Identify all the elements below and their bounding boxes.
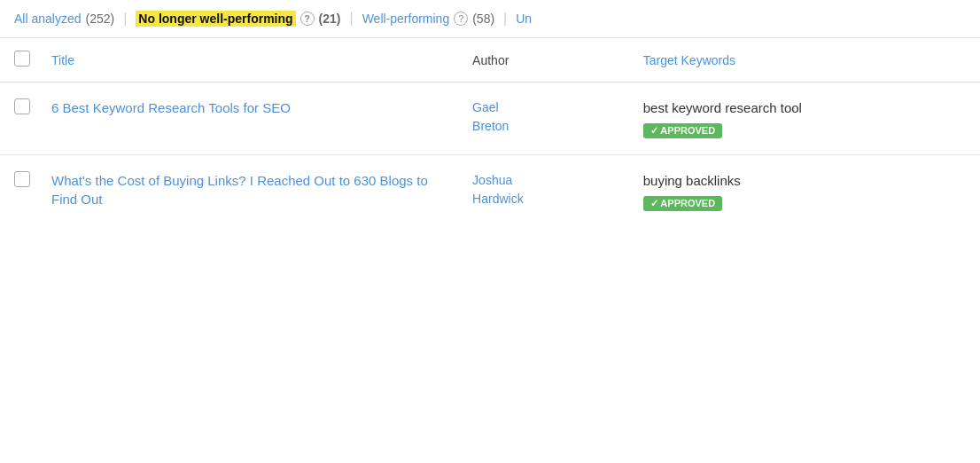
row-title-cell: 6 Best Keyword Research Tools for SEO — [41, 82, 462, 155]
keyword-text: best keyword research tool — [643, 98, 969, 117]
table-header-row: Title Author Target Keywords — [0, 38, 980, 82]
approved-badge: ✓ APPROVED — [643, 123, 722, 138]
filter-all-count: (252) — [86, 12, 115, 26]
filter-bar: All analyzed (252) | No longer well-perf… — [0, 0, 980, 38]
filter-wellperf-label: Well-performing — [362, 12, 450, 26]
header-checkbox-cell — [0, 38, 41, 82]
row-checkbox[interactable] — [14, 171, 30, 187]
row-author-cell: GaelBreton — [462, 82, 633, 155]
row-keywords-cell: best keyword research tool✓ APPROVED — [633, 82, 980, 155]
filter-nolonger-label: No longer well-performing — [136, 11, 295, 27]
table-row: What's the Cost of Buying Links? I Reach… — [0, 155, 980, 228]
filter-well-performing[interactable]: Well-performing ? (58) — [362, 12, 494, 26]
filter-un-label: Un — [516, 12, 532, 26]
filter-no-longer-performing[interactable]: No longer well-performing ? (21) — [136, 11, 340, 27]
filter-all-label: All analyzed — [14, 12, 82, 26]
row-title-cell: What's the Cost of Buying Links? I Reach… — [41, 155, 462, 228]
row-checkbox-cell — [0, 155, 41, 228]
keyword-text: buying backlinks — [643, 171, 969, 190]
filter-wellperf-count: (58) — [472, 12, 494, 26]
filter-all-analyzed[interactable]: All analyzed (252) — [14, 12, 114, 26]
filter-un[interactable]: Un — [516, 12, 532, 26]
approved-badge: ✓ APPROVED — [643, 196, 722, 211]
separator-3: | — [503, 11, 507, 27]
select-all-checkbox[interactable] — [14, 51, 30, 67]
header-title[interactable]: Title — [41, 38, 462, 82]
filter-nolonger-count: (21) — [319, 12, 341, 26]
article-title-link[interactable]: 6 Best Keyword Research Tools for SEO — [51, 100, 291, 115]
row-checkbox[interactable] — [14, 98, 30, 114]
author-name: JoshuaHardwick — [472, 173, 524, 206]
help-icon-nolonger[interactable]: ? — [300, 12, 315, 26]
help-icon-wellperf[interactable]: ? — [454, 12, 468, 26]
row-author-cell: JoshuaHardwick — [462, 155, 633, 228]
author-name: GaelBreton — [472, 100, 509, 133]
header-keywords[interactable]: Target Keywords — [633, 38, 980, 82]
articles-table: Title Author Target Keywords 6 Best Keyw… — [0, 38, 980, 227]
row-keywords-cell: buying backlinks✓ APPROVED — [633, 155, 980, 228]
table-row: 6 Best Keyword Research Tools for SEOGae… — [0, 82, 980, 155]
separator-2: | — [349, 11, 353, 27]
article-title-link[interactable]: What's the Cost of Buying Links? I Reach… — [51, 173, 428, 207]
header-author: Author — [462, 38, 633, 82]
separator-1: | — [123, 11, 127, 27]
row-checkbox-cell — [0, 82, 41, 155]
